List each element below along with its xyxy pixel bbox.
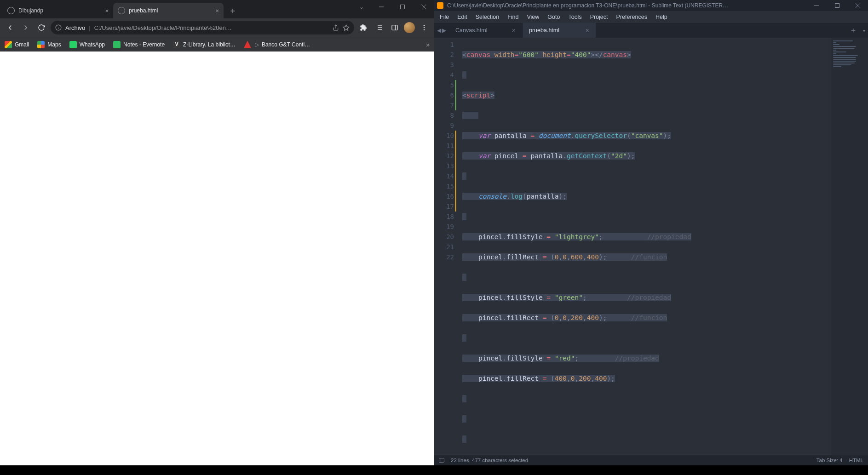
bookmark-maps[interactable]: Maps <box>37 41 61 48</box>
tab-label: prueba.html <box>529 27 559 34</box>
tab-dropdown-icon[interactable]: ▾ <box>860 23 868 38</box>
close-icon[interactable]: × <box>586 27 589 34</box>
tab-forward-icon[interactable]: ▶ <box>442 27 446 34</box>
bookmark-banco[interactable]: ▷Banco G&T Conti… <box>244 41 310 48</box>
chrome-tab-1[interactable]: Dibujandp × <box>3 3 113 18</box>
tab-title: prueba.html <box>129 7 212 14</box>
line-number-gutter: 1 2 3 4 5 6 7 8 9 10 11 12 13 14 15 16 1… <box>437 38 459 455</box>
code-editor[interactable]: <canvas width="600" height="400"></canva… <box>459 38 831 455</box>
menu-goto[interactable]: Goto <box>544 12 563 22</box>
bookmark-overflow[interactable]: » <box>426 41 430 48</box>
line-number: 18 <box>437 212 454 222</box>
line-number: 16 <box>437 191 454 201</box>
sublime-menubar: File Edit Selection Find View Goto Tools… <box>434 11 868 23</box>
svg-point-18 <box>424 27 425 28</box>
line-number: 6 <box>437 90 454 100</box>
editor-area[interactable]: 1 2 3 4 5 6 7 8 9 10 11 12 13 14 15 16 1… <box>434 38 868 455</box>
menu-view[interactable]: View <box>523 12 543 22</box>
line-number: 5 <box>437 80 454 90</box>
status-tabsize[interactable]: Tab Size: 4 <box>816 458 843 463</box>
url-divider: | <box>89 24 90 31</box>
maps-icon <box>37 41 45 48</box>
menu-preferences[interactable]: Preferences <box>613 12 651 22</box>
close-icon[interactable]: × <box>215 7 219 14</box>
editor-tab-prueba[interactable]: prueba.html × <box>523 23 596 38</box>
tab-back-icon[interactable]: ◀ <box>437 27 441 34</box>
bookmark-whatsapp[interactable]: WhatsApp <box>69 41 105 48</box>
tab-title: Dibujandp <box>18 7 101 14</box>
window-title: C:\Users\javie\Desktop\Oracle\Principian… <box>447 2 806 9</box>
close-icon[interactable]: × <box>512 27 516 34</box>
svg-rect-15 <box>392 25 397 30</box>
bookmarks-bar: Gmail Maps WhatsApp Notes - Evernote VZ-… <box>0 37 434 52</box>
minimap[interactable] <box>831 38 868 455</box>
line-number: 11 <box>437 141 454 151</box>
bookmark-gmail[interactable]: Gmail <box>5 41 29 48</box>
line-number: 22 <box>437 252 454 262</box>
forward-button[interactable] <box>19 21 32 34</box>
line-number: 17 <box>437 201 454 212</box>
chrome-tab-2[interactable]: prueba.html × <box>113 3 224 18</box>
extensions-icon[interactable] <box>357 21 370 34</box>
url-path: C:/Users/javie/Desktop/Oracle/Principian… <box>94 24 329 31</box>
close-button[interactable] <box>413 0 434 14</box>
bookmark-zlibrary[interactable]: VZ-Library. La bibliot… <box>173 41 236 48</box>
tab-history-nav: ◀ ▶ <box>434 23 449 38</box>
minimize-button[interactable] <box>806 0 827 11</box>
menu-selection[interactable]: Selection <box>472 12 503 22</box>
menu-tools[interactable]: Tools <box>564 12 585 22</box>
chrome-viewport <box>0 52 434 465</box>
status-syntax[interactable]: HTML <box>849 458 863 463</box>
svg-point-19 <box>424 29 425 30</box>
panel-switch-icon[interactable] <box>439 458 444 463</box>
kebab-menu-icon[interactable] <box>418 21 431 34</box>
reload-button[interactable] <box>35 21 48 34</box>
share-icon[interactable] <box>333 24 339 31</box>
maximize-button[interactable] <box>827 0 847 11</box>
avatar[interactable] <box>404 22 415 33</box>
menu-find[interactable]: Find <box>504 12 522 22</box>
bookmark-evernote[interactable]: Notes - Evernote <box>113 41 165 48</box>
side-panel-icon[interactable] <box>388 21 401 34</box>
line-number: 2 <box>437 50 454 60</box>
new-tab-button[interactable]: ＋ <box>847 23 860 38</box>
tab-label: Canvas.html <box>455 27 487 34</box>
sublime-tabbar: ◀ ▶ Canvas.html × prueba.html × ＋ ▾ <box>434 23 868 38</box>
banco-icon <box>244 41 251 48</box>
menu-file[interactable]: File <box>436 12 453 22</box>
globe-icon <box>118 7 125 14</box>
chrome-window-controls: ⌄ <box>352 0 434 18</box>
whatsapp-icon <box>69 41 77 48</box>
chrome-tabstrip: Dibujandp × prueba.html × ＋ <box>0 0 352 18</box>
sublime-window: C:\Users\javie\Desktop\Oracle\Principian… <box>434 0 868 465</box>
line-number: 13 <box>437 161 454 171</box>
new-tab-button[interactable]: ＋ <box>226 4 239 17</box>
close-button[interactable] <box>847 0 868 11</box>
info-icon[interactable] <box>55 24 62 31</box>
close-icon[interactable]: × <box>105 7 109 14</box>
star-icon[interactable] <box>343 24 350 31</box>
status-selection: 22 lines, 477 characters selected <box>451 458 528 463</box>
svg-rect-21 <box>835 4 839 8</box>
chrome-window: Dibujandp × prueba.html × ＋ ⌄ <box>0 0 434 465</box>
menu-project[interactable]: Project <box>586 12 612 22</box>
media-controls-icon[interactable] <box>373 21 385 34</box>
line-number: 9 <box>437 120 454 131</box>
chevron-down-icon[interactable]: ⌄ <box>352 0 371 14</box>
menu-edit[interactable]: Edit <box>454 12 471 22</box>
line-number: 7 <box>437 100 454 110</box>
svg-point-17 <box>424 25 425 26</box>
minimize-button[interactable] <box>371 0 392 14</box>
editor-tab-canvas[interactable]: Canvas.html × <box>449 23 523 38</box>
sublime-titlebar: C:\Users\javie\Desktop\Oracle\Principian… <box>434 0 868 11</box>
sublime-logo-icon <box>437 2 443 9</box>
gmail-icon <box>5 41 12 48</box>
menu-help[interactable]: Help <box>652 12 671 22</box>
svg-rect-1 <box>401 5 405 9</box>
back-button[interactable] <box>4 21 17 34</box>
line-number: 3 <box>437 60 454 70</box>
line-number: 8 <box>437 110 454 120</box>
address-bar[interactable]: Archivo | C:/Users/javie/Desktop/Oracle/… <box>51 21 354 34</box>
chrome-toolbar: Archivo | C:/Users/javie/Desktop/Oracle/… <box>0 18 434 37</box>
maximize-button[interactable] <box>392 0 413 14</box>
